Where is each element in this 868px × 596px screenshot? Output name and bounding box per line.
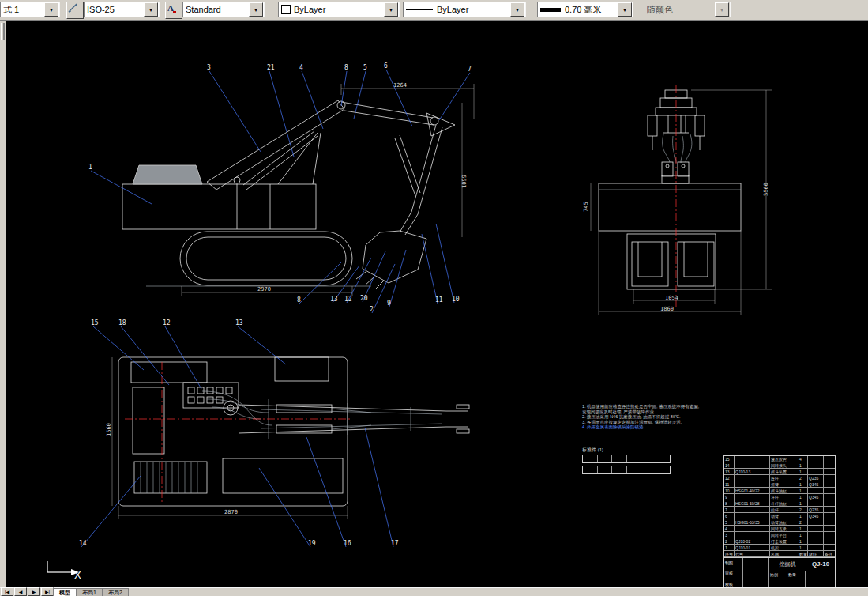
- part-callout: 9: [387, 300, 391, 307]
- chevron-down-icon[interactable]: ▼: [249, 2, 263, 17]
- check-label: 审核: [724, 568, 743, 579]
- dim-style-combo[interactable]: ISO-25 ▼: [84, 2, 160, 17]
- tab-layout2[interactable]: 布局2: [102, 588, 129, 596]
- parts-row: 15液压胶管4: [724, 456, 835, 462]
- properties-toolbar: 式 1 ▼ ISO-25 ▼ A Standard ▼ ByLayer ▼ By…: [0, 0, 868, 21]
- chevron-down-icon[interactable]: ▼: [384, 2, 398, 17]
- style-combo[interactable]: 式 1 ▼: [0, 2, 60, 17]
- part-callout: 12: [344, 296, 352, 303]
- dimension-text: 1860: [660, 306, 674, 312]
- leader-line: [165, 326, 201, 389]
- tab-nav-prev[interactable]: ◀: [14, 587, 27, 596]
- style-combo-value: 式 1: [3, 4, 43, 16]
- linetype-sample: [406, 9, 433, 10]
- leader-line: [302, 71, 323, 129]
- dimension-text: 745: [583, 202, 589, 212]
- rear-view-drawing[interactable]: [599, 90, 741, 289]
- tab-model[interactable]: 模型: [53, 588, 77, 596]
- color-swatch: [281, 5, 291, 14]
- title-block-info: 制图 审核 校核 挖掘机 比例 数量 QJ-10: [724, 557, 835, 590]
- chevron-down-icon: ▼: [715, 2, 729, 17]
- drawing-title: 挖掘机: [769, 558, 806, 571]
- leader-line: [439, 73, 470, 120]
- dimension-text: 2970: [257, 286, 271, 292]
- color-combo[interactable]: ByLayer ▼: [278, 2, 400, 17]
- parts-row: 3回转平台1: [724, 532, 835, 538]
- leader-line: [209, 71, 261, 152]
- parts-row: 4回转支承1: [724, 526, 835, 532]
- text-style-button[interactable]: A: [165, 2, 182, 19]
- part-callout: 19: [308, 540, 316, 547]
- part-callout: 13: [235, 319, 243, 326]
- part-callout: 1: [88, 164, 92, 171]
- part-callout: 8: [297, 296, 301, 304]
- leader-line: [269, 71, 294, 157]
- leader-line: [436, 224, 454, 303]
- text-style-value: Standard: [186, 5, 248, 14]
- drawing-number: QJ-10: [806, 558, 835, 571]
- layout-tab-bar: |◀ ◀ ▶ ▶| 模型 布局1 布局2: [0, 587, 868, 596]
- ucs-x-label: X: [74, 569, 81, 581]
- title-block: 15液压胶管414回转接头113QJ10-13抓斗装置112连杆2Q23511摇…: [723, 455, 836, 590]
- chevron-down-icon[interactable]: ▼: [618, 2, 632, 17]
- leader-line: [81, 476, 141, 547]
- parts-row: 13QJ10-13抓斗装置1: [724, 469, 835, 475]
- parts-row: 5HSG01-63/35动臂油缸2: [724, 519, 835, 526]
- parts-list: 15液压胶管414回转接头113QJ10-13抓斗装置112连杆2Q23511摇…: [724, 456, 835, 557]
- leader-line: [306, 437, 346, 547]
- tab-nav-last[interactable]: ▶|: [41, 587, 54, 596]
- side-view-drawing[interactable]: [122, 100, 455, 289]
- chevron-down-icon[interactable]: ▼: [44, 2, 58, 17]
- linetype-combo[interactable]: ByLayer ▼: [403, 2, 526, 17]
- dim-style-value: ISO-25: [87, 5, 143, 14]
- tab-nav-next[interactable]: ▶: [28, 587, 40, 596]
- parts-row: 2QJ10-02行走装置1: [724, 538, 835, 545]
- plan-view-drawing[interactable]: [118, 357, 469, 506]
- plan-view-dim-lines: [112, 357, 348, 519]
- part-callout: 3: [207, 64, 211, 71]
- left-dock-strip: [0, 20, 6, 588]
- part-callout: 17: [391, 540, 399, 547]
- part-callout: 8: [344, 64, 348, 71]
- ucs-icon: X: [47, 561, 81, 581]
- toolbar-grip[interactable]: [1, 23, 5, 40]
- standard-parts-table: [582, 455, 671, 463]
- part-callout: 15: [91, 319, 99, 326]
- dimension-text: 3560: [763, 183, 769, 196]
- color-value: ByLayer: [294, 5, 383, 14]
- tech-notes: 1. 机器使用前应检查各连接处是否牢固, 液压系统不得有渗漏, 发现问题应及时处…: [582, 404, 724, 430]
- annotations-layer: 1321485678131220291110151812131419161712…: [79, 62, 769, 547]
- chevron-down-icon[interactable]: ▼: [510, 2, 524, 17]
- tab-nav-first[interactable]: |◀: [1, 587, 13, 596]
- linetype-value: ByLayer: [437, 5, 509, 14]
- dimension-text: 1560: [106, 423, 112, 436]
- part-callout: 4: [299, 64, 303, 71]
- leader-line: [372, 264, 395, 313]
- leader-line: [238, 326, 286, 364]
- part-callout: 11: [435, 296, 443, 304]
- draw-label: 制图: [724, 558, 743, 568]
- chevron-down-icon[interactable]: ▼: [144, 2, 158, 17]
- plan-view-centerlines: [125, 362, 351, 503]
- parts-row: 6动臂1Q345: [724, 513, 835, 519]
- part-callout: 21: [267, 64, 275, 71]
- lineweight-sample: [540, 8, 561, 12]
- leader-line: [121, 326, 169, 385]
- part-callout: 14: [79, 540, 87, 547]
- parts-row: 序号代号名称数量材料备注: [724, 551, 835, 557]
- note-line: 4. 外露金属表面除锈后涂防锈漆.: [582, 424, 724, 430]
- part-callout: 2: [370, 306, 374, 313]
- tab-layout1[interactable]: 布局1: [76, 588, 103, 596]
- text-style-icon: A: [166, 2, 177, 13]
- dimension-text: 1054: [665, 295, 678, 301]
- parts-row: 1QJ10-01机架1: [724, 545, 835, 551]
- part-callout: 13: [330, 296, 338, 303]
- svg-text:A: A: [167, 3, 174, 13]
- sign-grid: 制图 审核 校核: [724, 558, 769, 590]
- dim-style-icon: [67, 2, 78, 13]
- dim-style-button[interactable]: [66, 2, 84, 19]
- lineweight-combo[interactable]: 0.70 毫米 ▼: [537, 2, 633, 17]
- parts-row: 7拉杆2Q235: [724, 507, 835, 513]
- text-style-combo[interactable]: Standard ▼: [182, 2, 265, 17]
- rear-view-dim-lines: [591, 90, 772, 315]
